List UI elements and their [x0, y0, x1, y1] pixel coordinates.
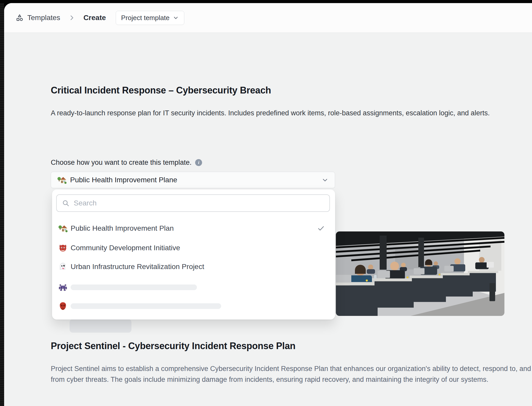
search-icon — [62, 199, 70, 207]
app-window: Templates Create Project template Critic… — [4, 3, 532, 406]
project-description-line2: from cyber threats. The goals include mi… — [51, 374, 532, 385]
project-cover-image — [336, 231, 504, 316]
selected-template-label: Public Health Improvement Plane — [70, 176, 177, 184]
goblin-emoji — [58, 301, 68, 311]
option-community-development[interactable]: Community Development Initiative — [58, 243, 329, 253]
search-box[interactable] — [56, 194, 330, 212]
project-title: Project Sentinel - Cybersecurity Inciden… — [51, 341, 295, 351]
loading-skeleton-bar — [71, 284, 197, 290]
house-with-garden-emoji — [58, 224, 68, 233]
project-description-line1: Project Sentinel aims to establish a com… — [51, 363, 532, 374]
option-loading-1[interactable] — [58, 283, 329, 292]
option-label: Urban Infrastructure Revitalization Proj… — [71, 263, 204, 271]
breadcrumb: Templates Create Project template — [15, 11, 184, 25]
alien-monster-emoji — [58, 283, 68, 292]
template-type-label: Project template — [121, 14, 170, 22]
option-label: Community Development Initiative — [71, 244, 180, 252]
breadcrumb-create: Create — [84, 14, 106, 22]
office-photo-illustration — [336, 231, 504, 316]
choose-template-label: Choose how you want to create this templ… — [51, 159, 192, 167]
screen-left-bezel — [0, 3, 4, 406]
project-description: Project Sentinel aims to establish a com… — [51, 363, 532, 385]
main-content: Critical Incident Response – Cybersecuri… — [4, 33, 532, 406]
loading-skeleton-bar — [71, 303, 221, 309]
templates-icon — [15, 14, 24, 22]
option-loading-2[interactable] — [58, 301, 329, 311]
template-source-select[interactable]: Public Health Improvement Plane — [51, 172, 335, 188]
chevron-right-icon — [68, 14, 76, 22]
chevron-down-icon — [321, 176, 329, 184]
breadcrumb-templates[interactable]: Templates — [27, 14, 60, 22]
option-public-health[interactable]: Public Health Improvement Plan — [58, 224, 329, 233]
header-bar: Templates Create Project template — [4, 3, 532, 33]
check-icon — [317, 224, 325, 232]
info-icon[interactable]: i — [195, 159, 202, 166]
template-title: Critical Incident Response – Cybersecuri… — [51, 84, 271, 96]
chevron-down-icon — [173, 15, 179, 21]
template-description: A ready-to-launch response plan for IT s… — [51, 108, 529, 118]
template-dropdown-panel: Public Health Improvement Plan — [52, 189, 335, 319]
hidden-element-peek — [70, 319, 131, 333]
option-urban-infrastructure[interactable]: Urban Infrastructure Revitalization Proj… — [58, 262, 329, 271]
search-input[interactable] — [73, 199, 329, 208]
option-label: Public Health Improvement Plan — [71, 224, 174, 232]
house-with-garden-emoji — [57, 175, 66, 185]
screen-top-bezel — [0, 0, 532, 3]
ogre-emoji — [58, 243, 68, 253]
template-type-dropdown[interactable]: Project template — [116, 11, 184, 25]
ghost-emoji — [58, 262, 68, 271]
